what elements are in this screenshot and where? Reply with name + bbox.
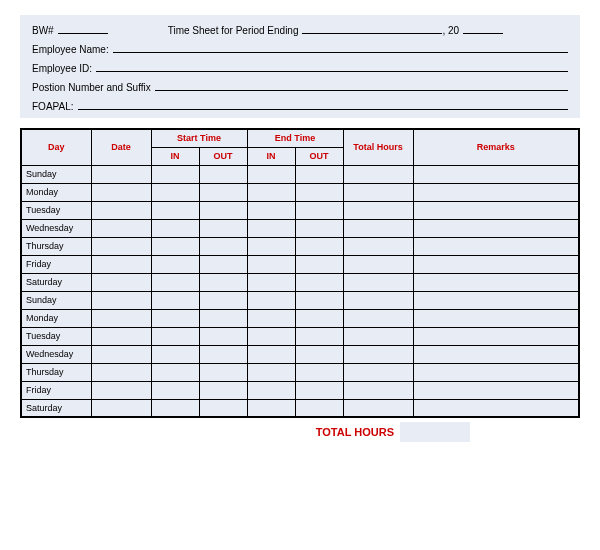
empty-cell[interactable] [295,165,343,183]
empty-cell[interactable] [247,399,295,417]
empty-cell[interactable] [343,381,413,399]
empty-cell[interactable] [199,327,247,345]
empty-cell[interactable] [247,183,295,201]
empty-cell[interactable] [295,201,343,219]
empty-cell[interactable] [343,273,413,291]
empty-cell[interactable] [295,309,343,327]
empty-cell[interactable] [343,363,413,381]
empty-cell[interactable] [295,219,343,237]
empty-cell[interactable] [91,237,151,255]
empty-cell[interactable] [247,309,295,327]
empty-cell[interactable] [199,219,247,237]
empty-cell[interactable] [247,219,295,237]
empty-cell[interactable] [247,291,295,309]
empty-cell[interactable] [151,237,199,255]
empty-cell[interactable] [151,399,199,417]
empty-cell[interactable] [247,345,295,363]
empty-cell[interactable] [151,165,199,183]
empty-cell[interactable] [151,255,199,273]
empty-cell[interactable] [199,255,247,273]
empty-cell[interactable] [91,345,151,363]
empty-cell[interactable] [247,165,295,183]
empty-cell[interactable] [295,237,343,255]
bw-input-line[interactable] [58,23,108,34]
empty-cell[interactable] [413,381,579,399]
emp-id-line[interactable] [96,61,568,72]
empty-cell[interactable] [343,237,413,255]
empty-cell[interactable] [295,273,343,291]
empty-cell[interactable] [199,399,247,417]
empty-cell[interactable] [91,255,151,273]
empty-cell[interactable] [91,183,151,201]
empty-cell[interactable] [151,201,199,219]
empty-cell[interactable] [91,363,151,381]
position-line[interactable] [155,80,568,91]
period-ending-line[interactable] [302,23,442,34]
empty-cell[interactable] [413,201,579,219]
empty-cell[interactable] [91,399,151,417]
empty-cell[interactable] [247,237,295,255]
year-line[interactable] [463,23,503,34]
empty-cell[interactable] [413,273,579,291]
empty-cell[interactable] [413,399,579,417]
empty-cell[interactable] [413,165,579,183]
empty-cell[interactable] [295,255,343,273]
empty-cell[interactable] [91,309,151,327]
empty-cell[interactable] [343,255,413,273]
empty-cell[interactable] [295,327,343,345]
empty-cell[interactable] [151,291,199,309]
empty-cell[interactable] [247,201,295,219]
empty-cell[interactable] [247,273,295,291]
empty-cell[interactable] [343,165,413,183]
empty-cell[interactable] [343,219,413,237]
empty-cell[interactable] [199,201,247,219]
foapal-line[interactable] [78,99,569,110]
empty-cell[interactable] [247,327,295,345]
empty-cell[interactable] [343,291,413,309]
empty-cell[interactable] [343,183,413,201]
empty-cell[interactable] [91,273,151,291]
empty-cell[interactable] [199,381,247,399]
empty-cell[interactable] [91,381,151,399]
empty-cell[interactable] [295,381,343,399]
empty-cell[interactable] [199,237,247,255]
empty-cell[interactable] [295,345,343,363]
empty-cell[interactable] [413,309,579,327]
empty-cell[interactable] [413,219,579,237]
empty-cell[interactable] [343,345,413,363]
empty-cell[interactable] [199,183,247,201]
empty-cell[interactable] [295,363,343,381]
empty-cell[interactable] [91,219,151,237]
empty-cell[interactable] [247,363,295,381]
empty-cell[interactable] [151,381,199,399]
empty-cell[interactable] [199,165,247,183]
empty-cell[interactable] [91,201,151,219]
empty-cell[interactable] [295,291,343,309]
empty-cell[interactable] [343,327,413,345]
empty-cell[interactable] [413,183,579,201]
empty-cell[interactable] [247,381,295,399]
empty-cell[interactable] [151,327,199,345]
empty-cell[interactable] [343,309,413,327]
empty-cell[interactable] [199,291,247,309]
empty-cell[interactable] [151,183,199,201]
empty-cell[interactable] [151,273,199,291]
empty-cell[interactable] [413,237,579,255]
empty-cell[interactable] [413,363,579,381]
empty-cell[interactable] [151,345,199,363]
empty-cell[interactable] [151,363,199,381]
empty-cell[interactable] [295,183,343,201]
empty-cell[interactable] [199,345,247,363]
empty-cell[interactable] [199,273,247,291]
empty-cell[interactable] [413,255,579,273]
empty-cell[interactable] [199,309,247,327]
empty-cell[interactable] [413,291,579,309]
emp-name-line[interactable] [113,42,568,53]
empty-cell[interactable] [343,201,413,219]
empty-cell[interactable] [413,345,579,363]
total-hours-box[interactable] [400,422,470,442]
empty-cell[interactable] [91,291,151,309]
empty-cell[interactable] [91,327,151,345]
empty-cell[interactable] [247,255,295,273]
empty-cell[interactable] [151,219,199,237]
